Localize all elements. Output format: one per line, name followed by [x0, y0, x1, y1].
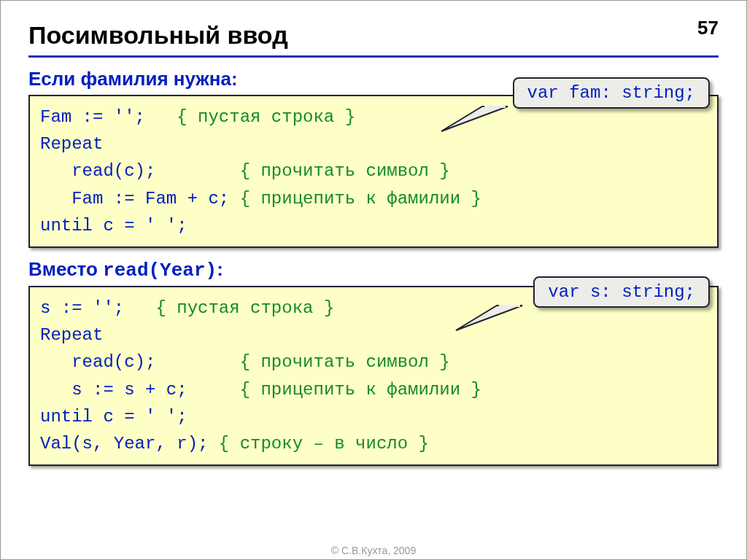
heading-mono: read(Year): [103, 260, 217, 281]
code-text: until c = ' ';: [40, 407, 187, 427]
heading-text: :: [217, 258, 223, 280]
code-text: Fam := '';: [40, 107, 177, 127]
heading-text: Вместо: [28, 258, 103, 280]
page-number: 57: [697, 17, 719, 39]
code-comment: { строку – в число }: [219, 434, 429, 454]
code-text: Fam := Fam + c;: [40, 189, 240, 209]
slide-title: Посимвольный ввод: [28, 21, 719, 50]
callout-text: var fam: string;: [527, 83, 695, 103]
code-text: until c = ' ';: [40, 216, 187, 236]
slide: 57 Посимвольный ввод Если фамилия нужна:…: [0, 0, 747, 560]
code-text: Repeat: [40, 325, 103, 345]
callout-tail-icon: [453, 304, 533, 333]
section2-callout: var s: string;: [533, 276, 710, 308]
svg-marker-3: [499, 305, 520, 307]
section1-callout: var fam: string;: [513, 77, 710, 109]
section1-codebox: Fam := ''; { пустая строка } Repeat read…: [28, 95, 719, 248]
svg-marker-1: [484, 106, 506, 108]
code-comment: { пустая строка }: [177, 107, 355, 127]
svg-marker-0: [441, 106, 508, 131]
svg-marker-2: [456, 306, 522, 330]
footer-text: © С.В.Кухта, 2009: [1, 545, 746, 556]
code-text: read(c);: [40, 352, 240, 372]
code-text: Val(s, Year, r);: [40, 434, 219, 454]
code-comment: { прочитать символ }: [240, 352, 450, 372]
code-text: Repeat: [40, 134, 103, 154]
code-text: read(c);: [40, 161, 240, 181]
title-rule: [28, 55, 719, 58]
code-text: s := '';: [40, 298, 155, 318]
callout-text: var s: string;: [548, 282, 695, 302]
section2-codebox: s := ''; { пустая строка } Repeat read(c…: [28, 286, 719, 466]
code-comment: { прицепить к фамилии }: [240, 189, 481, 209]
callout-tail-icon: [438, 105, 519, 134]
code-text: s := s + c;: [40, 380, 240, 400]
code-comment: { прочитать символ }: [240, 161, 450, 181]
code-comment: { прицепить к фамилии }: [240, 380, 481, 400]
code-comment: { пустая строка }: [155, 298, 334, 318]
